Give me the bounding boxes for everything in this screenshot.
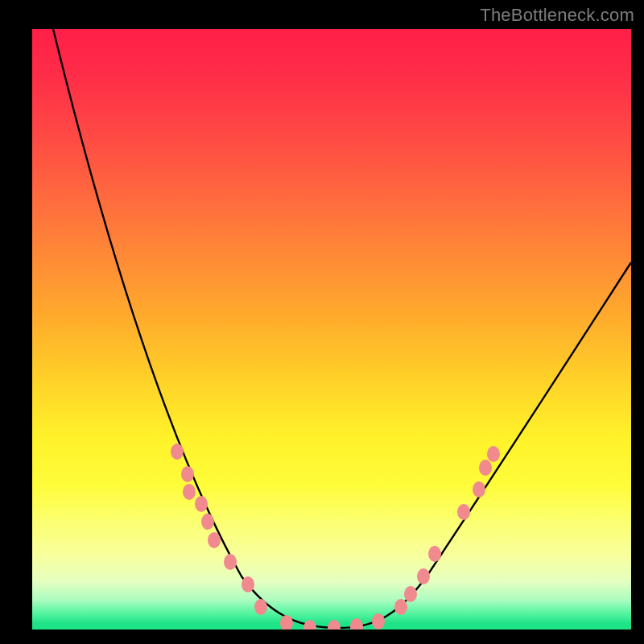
marker-dot: [473, 481, 485, 497]
marker-dot: [171, 444, 184, 460]
marker-dot: [404, 586, 417, 602]
marker-dot: [224, 554, 237, 570]
marker-dot: [242, 576, 254, 592]
marker-dot: [208, 532, 221, 548]
marker-dot: [487, 446, 500, 462]
marker-dot: [183, 484, 196, 500]
marker-dot: [457, 504, 470, 520]
marker-dot: [303, 620, 316, 630]
watermark-label: TheBottleneck.com: [480, 5, 634, 26]
marker-dot: [372, 613, 385, 630]
marker-dot: [181, 466, 194, 482]
marker-dot: [417, 568, 430, 584]
marker-dot: [254, 599, 267, 615]
chart-frame: TheBottleneck.com: [0, 0, 644, 644]
marker-dot: [201, 514, 214, 530]
marker-dot: [394, 599, 407, 615]
marker-dot: [350, 618, 363, 630]
plot-area: [32, 29, 631, 630]
marker-dot: [328, 620, 341, 630]
bottleneck-curve: [53, 29, 631, 628]
marker-dot: [479, 460, 492, 476]
curve-layer: [32, 29, 631, 630]
marker-dot: [280, 615, 293, 630]
marker-dot: [428, 546, 441, 562]
marker-dot: [195, 496, 208, 512]
